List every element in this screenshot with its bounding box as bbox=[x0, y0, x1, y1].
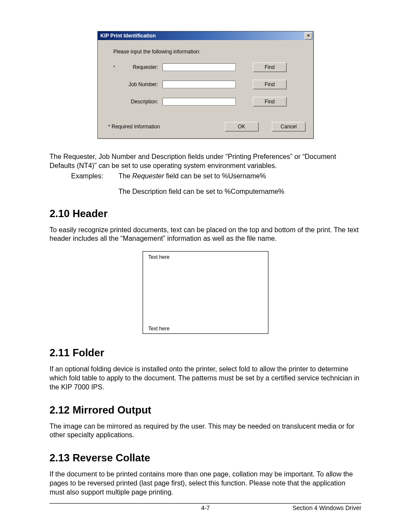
document-page: KIP Print Identification × Please input … bbox=[0, 0, 411, 530]
find-button-requester[interactable]: Find bbox=[253, 62, 286, 72]
required-star: * bbox=[113, 65, 118, 70]
page-footer: 4-7 Section 4 Windows Driver bbox=[50, 503, 361, 513]
paragraph-env-vars: The Requester, Job Number and Descriptio… bbox=[50, 152, 361, 171]
form-row-jobnumber: Job Number: Find bbox=[119, 80, 305, 89]
dialog-titlebar[interactable]: KIP Print Identification × bbox=[98, 31, 313, 40]
example-2: The Description field can be set to %Com… bbox=[118, 188, 361, 196]
requester-input[interactable] bbox=[162, 63, 236, 71]
cancel-button[interactable]: Cancel bbox=[272, 122, 305, 131]
jobnumber-input[interactable] bbox=[162, 81, 236, 88]
examples-label: Examples: bbox=[71, 172, 118, 180]
dialog-instruction: Please input the following information: bbox=[113, 49, 305, 55]
page-number: 4-7 bbox=[201, 504, 210, 511]
paragraph-2-11: If an optional folding device is install… bbox=[50, 365, 361, 392]
diagram-top-text: Text here bbox=[148, 254, 169, 260]
form-row-description: Description: Find bbox=[119, 97, 305, 106]
close-icon[interactable]: × bbox=[305, 32, 312, 40]
description-input[interactable] bbox=[162, 98, 236, 106]
dialog-title: KIP Print Identification bbox=[100, 33, 156, 39]
required-note: * Required Information bbox=[108, 124, 160, 130]
ex1-suffix: field can be set to %Username% bbox=[164, 172, 266, 180]
dialog-footer: * Required Information OK Cancel bbox=[98, 120, 313, 138]
heading-2-13: 2.13 Reverse Collate bbox=[50, 452, 361, 464]
form-row-requester: * Requester: Find bbox=[119, 62, 305, 72]
heading-2-11: 2.11 Folder bbox=[50, 347, 361, 359]
diagram-bottom-text: Text here bbox=[148, 326, 169, 332]
example-1: The Requester field can be set to %Usern… bbox=[118, 172, 361, 180]
paragraph-2-10: To easily recognize printed documents, t… bbox=[50, 226, 361, 244]
dialog-body: Please input the following information: … bbox=[98, 40, 313, 120]
ok-button[interactable]: OK bbox=[225, 122, 258, 131]
section-label: Section 4 Windows Driver bbox=[293, 504, 361, 511]
paragraph-2-13: If the document to be printed contains m… bbox=[50, 470, 361, 497]
find-button-description[interactable]: Find bbox=[253, 97, 286, 106]
heading-2-12: 2.12 Mirrored Output bbox=[50, 404, 361, 416]
kip-print-identification-dialog: KIP Print Identification × Please input … bbox=[97, 31, 314, 139]
description-label: Description: bbox=[119, 99, 162, 105]
find-button-jobnumber[interactable]: Find bbox=[253, 80, 286, 89]
jobnumber-label: Job Number: bbox=[119, 81, 162, 87]
ex1-italic: Requester bbox=[132, 172, 164, 180]
heading-2-10: 2.10 Header bbox=[50, 208, 361, 220]
examples-row: Examples: The Requester field can be set… bbox=[71, 172, 361, 180]
header-diagram: Text here Text here bbox=[143, 251, 268, 334]
paragraph-2-12: The image can be mirrored as required by… bbox=[50, 422, 361, 440]
ex1-prefix: The bbox=[118, 172, 132, 180]
requester-label: Requester: bbox=[119, 64, 162, 70]
